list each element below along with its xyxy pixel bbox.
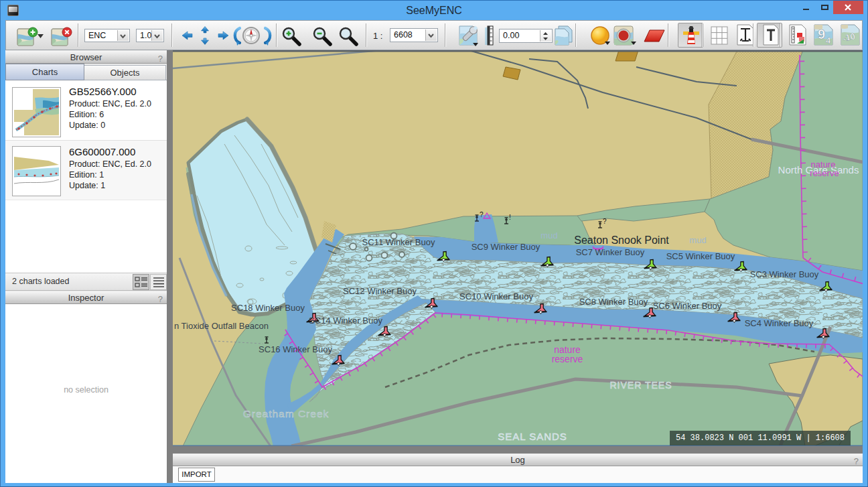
svg-text:mud: mud: [540, 230, 557, 240]
svg-text:SC16 Winker Buoy: SC16 Winker Buoy: [259, 344, 332, 354]
svg-text:!: !: [509, 214, 511, 221]
svg-text:9: 9: [818, 27, 825, 42]
svg-text:reserve: reserve: [552, 354, 583, 364]
svg-text:SC6 Winker Buoy: SC6 Winker Buoy: [653, 301, 722, 311]
svg-text:mud: mud: [689, 235, 706, 245]
svg-text:4: 4: [826, 36, 831, 46]
svg-text:SC11 Winker Buoy: SC11 Winker Buoy: [362, 237, 435, 247]
svg-text:Seaton Snook Point: Seaton Snook Point: [574, 234, 669, 246]
svg-text:SEAL SANDS: SEAL SANDS: [498, 431, 567, 442]
svg-text:reserve: reserve: [810, 168, 839, 178]
svg-text:SC10 Winker Buoy: SC10 Winker Buoy: [459, 291, 533, 301]
svg-text:?: ?: [480, 211, 484, 218]
svg-text:n Tioxide Outfall Beacon: n Tioxide Outfall Beacon: [174, 321, 269, 331]
svg-text:?: ?: [603, 218, 607, 225]
svg-text:RIVER TEES: RIVER TEES: [610, 380, 672, 391]
svg-text:SC7 Winker Buoy: SC7 Winker Buoy: [576, 247, 645, 257]
svg-text:SC14 Winker Buoy: SC14 Winker Buoy: [309, 316, 382, 326]
svg-text:Greatham Creek: Greatham Creek: [243, 408, 330, 419]
svg-text:SC18 Winker Buoy: SC18 Winker Buoy: [231, 303, 305, 313]
svg-text:SC3 Winker Buoy: SC3 Winker Buoy: [750, 269, 819, 279]
svg-text:SC12 Winker Buoy: SC12 Winker Buoy: [343, 286, 417, 296]
svg-text:SC4 Winker Buoy: SC4 Winker Buoy: [745, 318, 814, 328]
svg-text:SC8 Winker Buoy: SC8 Winker Buoy: [579, 297, 648, 307]
svg-text:SC9 Winker Buoy: SC9 Winker Buoy: [472, 242, 540, 252]
svg-text:SC5 Winker Buoy: SC5 Winker Buoy: [666, 251, 735, 261]
